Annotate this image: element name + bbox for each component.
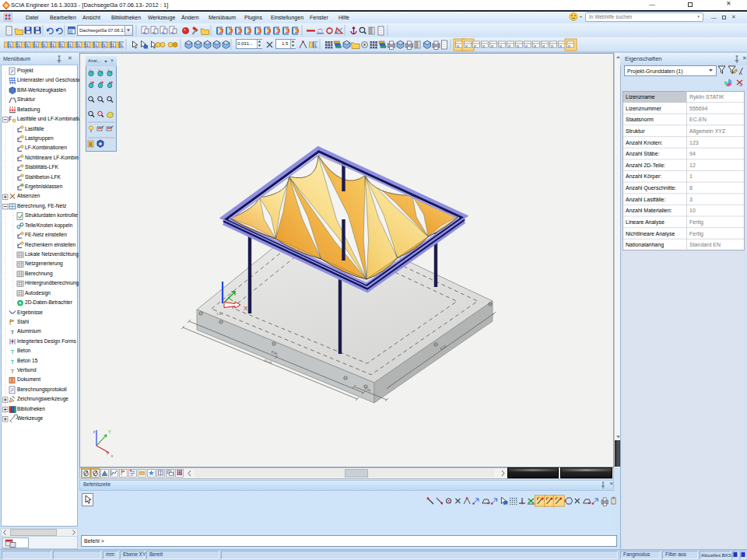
svg-text:1: 1 xyxy=(78,43,80,47)
svg-text:T: T xyxy=(11,359,15,366)
svg-text:1.04: 1.04 xyxy=(216,313,222,316)
svg-text:1: 1 xyxy=(52,43,54,47)
svg-text:1: 1 xyxy=(103,43,106,47)
svg-text:1: 1 xyxy=(44,43,46,47)
svg-text:T: T xyxy=(11,329,15,336)
svg-text:1: 1 xyxy=(314,43,317,47)
svg-text:1: 1 xyxy=(121,43,123,47)
svg-text:Y: Y xyxy=(108,429,111,434)
svg-text:1: 1 xyxy=(35,43,37,47)
svg-text:z: z xyxy=(93,429,96,434)
svg-text:1: 1 xyxy=(61,43,63,47)
svg-text:1: 1 xyxy=(86,43,89,47)
svg-text:X: X xyxy=(244,305,248,312)
svg-text:T: T xyxy=(11,368,15,375)
svg-text:x: x xyxy=(111,453,114,458)
svg-text:B: B xyxy=(89,142,92,147)
svg-text:1: 1 xyxy=(18,43,20,47)
svg-text:1: 1 xyxy=(112,43,114,47)
svg-text:T: T xyxy=(11,348,15,355)
svg-text:1: 1 xyxy=(95,43,97,47)
svg-text:1: 1 xyxy=(26,43,29,47)
svg-text:1: 1 xyxy=(69,43,72,47)
svg-text:1: 1 xyxy=(9,43,12,47)
